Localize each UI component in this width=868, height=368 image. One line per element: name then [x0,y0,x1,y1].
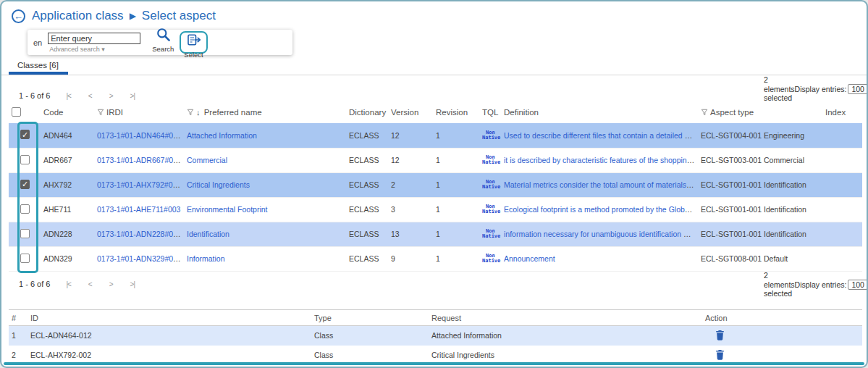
dictionary-cell: ECLASS [346,246,388,271]
definition-text: Used to describe different files that co… [504,131,698,140]
index-cell [822,148,862,172]
version-cell: 9 [388,246,433,271]
irdi-link[interactable]: 0173-1#01-AHE711#003 [97,205,180,214]
preferred-name-link[interactable]: Identification [187,230,229,238]
definition-text: Ecological footprint is a method promote… [504,205,698,214]
tab-classes[interactable]: Classes [6] [17,61,59,70]
display-entries-select[interactable]: 100⌄ [848,280,868,290]
table-row[interactable]: ADR667 0173-1#01-ADR667#012 Commercial E… [9,148,862,172]
display-entries-select[interactable]: 100⌄ [848,84,868,94]
revision-cell: 1 [433,222,479,246]
column-header-aspect-type[interactable]: Aspect type [698,101,822,123]
last-page-icon[interactable]: >| [130,280,135,288]
prev-page-icon[interactable]: < [88,280,92,288]
row-checkbox[interactable] [20,229,30,238]
request-num-cell: 1 [9,326,28,346]
column-header-irdi[interactable]: IRDI [94,101,184,123]
advanced-search-toggle[interactable]: Advanced search ▾ [48,46,140,53]
filter-icon[interactable] [701,109,708,117]
first-page-icon[interactable]: |< [66,92,70,100]
code-cell: ADN464 [41,123,94,148]
row-checkbox[interactable] [20,254,30,263]
dictionary-cell: ECLASS [346,222,388,246]
search-button-label: Search [152,45,174,53]
breadcrumb: ← Application class ▶ Select aspect [12,9,216,23]
irdi-link[interactable]: 0173-1#01-ADR667#012 [97,156,182,164]
row-checkbox[interactable] [20,180,30,189]
search-input[interactable] [48,33,140,44]
index-cell [822,123,862,148]
select-icon [186,33,201,51]
table-row[interactable]: ADN329 0173-1#01-ADN329#009 Information … [9,246,862,271]
preferred-name-link[interactable]: Commercial [187,156,227,164]
next-page-icon[interactable]: > [109,92,113,100]
aspect-type-cell: ECL-SGT001-001 Identification [698,172,822,197]
select-all-checkbox[interactable] [12,107,21,117]
column-header-id: ID [28,310,311,326]
pagination-range: 1 - 6 of 6 [19,91,50,100]
column-header-code[interactable]: Code [41,101,94,123]
page-title-right: Select aspect [142,9,216,23]
aspect-type-cell: ECL-SGT003-001 Commercial [698,148,822,172]
version-cell: 12 [388,123,433,148]
next-page-icon[interactable]: > [109,280,113,288]
column-header-index[interactable]: Index [822,101,862,123]
selected-count-word: elements [764,85,795,93]
filter-icon[interactable] [187,109,194,117]
column-header-revision[interactable]: Revision [433,101,479,123]
preferred-name-link[interactable]: Information [187,254,225,263]
column-header-tql[interactable]: TQL [479,101,501,123]
requests-table: # ID Type Request Action 1 ECL-ADN464-01… [9,309,862,365]
column-header-type: Type [311,310,429,326]
irdi-link[interactable]: 0173-1#01-ADN464#012 [97,131,182,140]
row-checkbox[interactable] [20,130,30,139]
filter-icon[interactable] [97,109,104,117]
select-button-annotation: Select [180,31,207,54]
preferred-name-link[interactable]: Critical Ingredients [187,180,250,189]
table-row[interactable]: AHE711 0173-1#01-AHE711#003 Environmenta… [9,197,862,222]
prev-page-icon[interactable]: < [88,92,92,100]
table-row[interactable]: AHX792 0173-1#01-AHX792#002 Critical Ing… [9,172,862,197]
preferred-name-link[interactable]: Environmental Footprint [187,205,267,214]
preferred-name-link[interactable]: Attached Information [187,131,257,140]
dictionary-cell: ECLASS [346,197,388,222]
column-header-version[interactable]: Version [388,101,433,123]
pagination-bottom: 1 - 6 of 6 |< < > >| [19,280,135,288]
irdi-link[interactable]: 0173-1#01-ADN228#013 [97,230,182,238]
dictionary-cell: ECLASS [346,148,388,172]
aspect-type-cell: ECL-SGT001-001 Identification [698,222,822,246]
code-cell: ADN329 [41,246,94,271]
column-header-dictionary[interactable]: Dictionary [346,101,388,123]
entries-controls-bottom: 2 elementsDisplay entries: 100⌄ selected [764,272,859,298]
code-cell: ADR667 [41,148,94,172]
first-page-icon[interactable]: |< [66,280,70,288]
aspect-type-cell: ECL-SGT001-001 Identification [698,197,822,222]
row-checkbox[interactable] [20,204,30,214]
revision-cell: 1 [433,148,479,172]
aspect-type-cell: ECL-SGT004-001 Engineering [698,123,822,148]
search-panel: en Advanced search ▾ Search Select [28,30,292,55]
definition-text: it is described by characteristic featur… [504,156,698,164]
selected-count-word: elements [764,281,795,289]
delete-button[interactable] [715,349,725,361]
dictionary-cell: ECLASS [346,172,388,197]
irdi-link[interactable]: 0173-1#01-ADN329#009 [97,254,182,263]
table-row[interactable]: ADN464 0173-1#01-ADN464#012 Attached Inf… [9,123,862,148]
select-button[interactable]: Select [184,33,203,59]
sort-descending-icon[interactable]: ↓ [196,108,201,117]
display-entries-label: Display entries: [795,281,847,289]
back-icon[interactable]: ← [12,9,25,23]
table-row[interactable]: ADN228 0173-1#01-ADN228#013 Identificati… [9,222,862,246]
column-header-preferred-name[interactable]: ↓ Preferred name [184,101,346,123]
search-button[interactable]: Search [152,31,174,54]
classes-table-header: Code IRDI ↓ Preferred name Dictionary Ve… [9,101,862,123]
language-label: en [33,38,42,47]
delete-button[interactable] [715,330,725,342]
definition-text: Material metrics consider the total amou… [504,180,698,189]
last-page-icon[interactable]: >| [130,92,135,100]
display-entries-label: Display entries: [795,85,847,93]
breadcrumb-arrow-icon: ▶ [130,11,136,21]
irdi-link[interactable]: 0173-1#01-AHX792#002 [97,180,181,189]
column-header-definition[interactable]: Definition [501,101,698,123]
row-checkbox[interactable] [20,155,30,164]
